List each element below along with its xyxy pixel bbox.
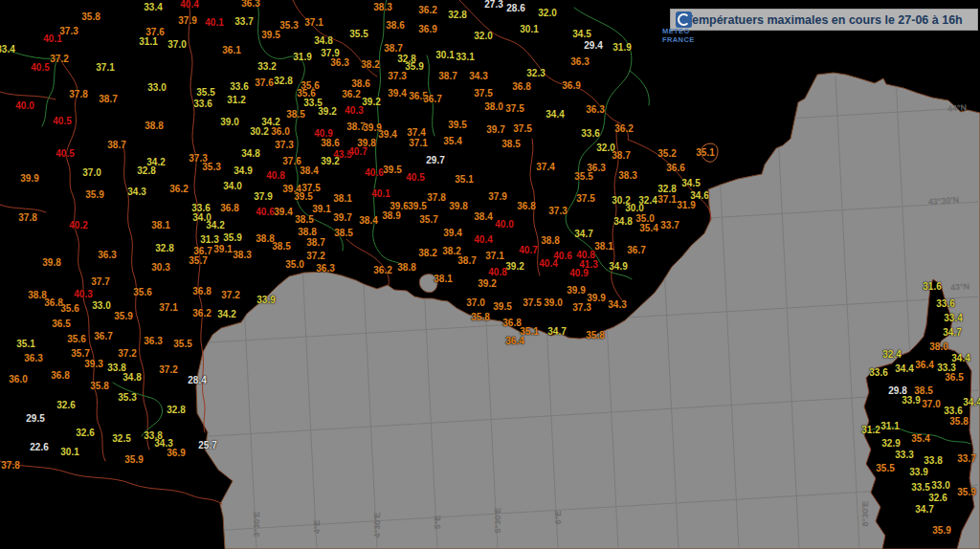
temp-label: 37.7 bbox=[91, 277, 109, 287]
temp-label: 38.7 bbox=[457, 256, 476, 266]
temp-label: 40.6 bbox=[256, 208, 274, 217]
temp-label: 37.1 bbox=[159, 303, 177, 313]
temp-label: 36.7 bbox=[627, 246, 645, 255]
temp-label: 32.8 bbox=[167, 406, 185, 415]
temp-label: 38.1 bbox=[434, 274, 452, 284]
temp-label: 36.2 bbox=[418, 6, 436, 15]
temp-label: 34.0 bbox=[223, 182, 241, 191]
temp-label: 34.3 bbox=[608, 300, 626, 310]
temp-label: 34.5 bbox=[572, 30, 590, 39]
temp-label: 36.3 bbox=[570, 57, 589, 67]
temp-label: 38.5 bbox=[286, 110, 304, 120]
temp-label: 34.7 bbox=[574, 230, 592, 239]
temp-label: 40.5 bbox=[31, 63, 49, 73]
temp-label: 27.3 bbox=[484, 0, 502, 10]
temp-label: 33.9 bbox=[909, 468, 927, 477]
temp-label: 35.9 bbox=[223, 233, 241, 243]
temp-label: 31.1 bbox=[139, 37, 157, 47]
temp-label: 33.4 bbox=[0, 45, 15, 55]
temp-label: 32.6 bbox=[928, 494, 947, 503]
temp-label: 35.9 bbox=[932, 526, 950, 536]
temp-label: 37.2 bbox=[159, 365, 177, 375]
graticule-label: 6°E bbox=[553, 511, 563, 525]
temp-label: 30.1 bbox=[520, 25, 538, 34]
temp-label: 33.6 bbox=[869, 368, 887, 378]
temp-label: 40.4 bbox=[180, 0, 198, 10]
temp-label: 30.1 bbox=[60, 448, 78, 457]
temp-label: 35.6 bbox=[60, 304, 78, 314]
temp-label: 32.6 bbox=[76, 428, 94, 438]
temp-label: 38.6 bbox=[386, 21, 404, 31]
temp-label: 33.6 bbox=[581, 129, 599, 139]
temp-label: 36.9 bbox=[167, 449, 185, 458]
temp-label: 38.2 bbox=[361, 60, 379, 70]
temp-label: 37.9 bbox=[178, 16, 196, 26]
temp-label: 34.5 bbox=[681, 179, 700, 188]
temp-label: 35.9 bbox=[957, 488, 975, 497]
temp-label: 33.4 bbox=[144, 3, 162, 12]
temp-label: 36.3 bbox=[316, 264, 334, 274]
temp-label: 36.4 bbox=[505, 337, 523, 346]
temp-label: 25.7 bbox=[198, 441, 216, 450]
temp-label: 38.7 bbox=[384, 44, 402, 54]
temp-label: 40.0 bbox=[495, 220, 513, 230]
temp-label: 37.4 bbox=[407, 128, 425, 138]
temp-label: 36.5 bbox=[52, 319, 70, 329]
temp-label: 38.4 bbox=[474, 212, 492, 222]
temp-label: 36.3 bbox=[330, 58, 348, 68]
temp-label: 39.5 bbox=[408, 202, 426, 211]
title-bar: Températuers maximales en cours le 27-06… bbox=[670, 9, 978, 31]
temp-label: 39.2 bbox=[505, 262, 523, 272]
temp-label: 35.7 bbox=[189, 256, 207, 266]
temp-label: 39.2 bbox=[478, 279, 496, 289]
temp-label: 32.4 bbox=[882, 350, 901, 360]
temp-label: 39.4 bbox=[274, 208, 292, 217]
temp-label: 39.2 bbox=[318, 107, 336, 117]
temp-label: 36.5 bbox=[945, 373, 963, 383]
graticule-label: 3°30'E bbox=[252, 512, 261, 538]
temp-label: 37.2 bbox=[50, 55, 68, 64]
temp-label: 38.5 bbox=[501, 140, 520, 149]
temp-label: 38.6 bbox=[351, 79, 369, 89]
temp-label: 34.7 bbox=[915, 505, 933, 515]
temp-label: 35.1 bbox=[696, 148, 714, 158]
temp-label: 39.9 bbox=[20, 174, 38, 184]
temp-label: 40.1 bbox=[205, 18, 223, 28]
temp-label: 38.7 bbox=[438, 72, 457, 81]
temp-label: 35.3 bbox=[118, 393, 136, 403]
temp-label: 30.1 bbox=[435, 51, 454, 60]
temp-label: 34.4 bbox=[546, 110, 564, 120]
graticule-label: 8°30'E bbox=[860, 501, 870, 527]
temp-label: 39.2 bbox=[321, 157, 339, 166]
temp-label: 35.5 bbox=[196, 88, 214, 98]
temp-label: 34.4 bbox=[963, 398, 980, 407]
temp-label: 38.2 bbox=[418, 249, 436, 258]
temp-label: 22.6 bbox=[30, 443, 48, 452]
temp-label: 40.3 bbox=[345, 106, 363, 116]
graticule-label: 5°30'E bbox=[493, 508, 502, 534]
temp-label: 36.8 bbox=[517, 202, 535, 211]
temp-label: 38.4 bbox=[300, 166, 318, 176]
temp-label: 35.8 bbox=[586, 331, 604, 340]
temp-label: 38.8 bbox=[397, 263, 415, 273]
temp-label: 39.4 bbox=[388, 89, 406, 99]
temp-label: 38.9 bbox=[382, 211, 400, 221]
temp-label: 37.9 bbox=[488, 192, 506, 202]
temp-label: 34.8 bbox=[122, 373, 141, 383]
temp-label: 38.5 bbox=[295, 215, 313, 225]
temp-label: 37.2 bbox=[118, 349, 136, 359]
temp-label: 39.7 bbox=[333, 213, 351, 223]
temp-label: 32.6 bbox=[56, 401, 75, 410]
temp-label: 39.0 bbox=[220, 118, 238, 127]
temp-label: 37.5 bbox=[505, 104, 523, 114]
temp-label: 35.1 bbox=[16, 340, 34, 349]
temp-label: 40.7 bbox=[348, 147, 367, 157]
temp-label: 39.7 bbox=[486, 125, 504, 135]
temp-label: 38.7 bbox=[99, 95, 117, 104]
temp-label: 38.3 bbox=[233, 251, 251, 260]
temp-label: 37.1 bbox=[409, 139, 427, 148]
temp-label: 37.0 bbox=[167, 40, 186, 50]
temp-label: 38.0 bbox=[484, 102, 502, 112]
temp-label: 39.3 bbox=[84, 360, 102, 369]
temp-label: 36.8 bbox=[512, 82, 530, 92]
